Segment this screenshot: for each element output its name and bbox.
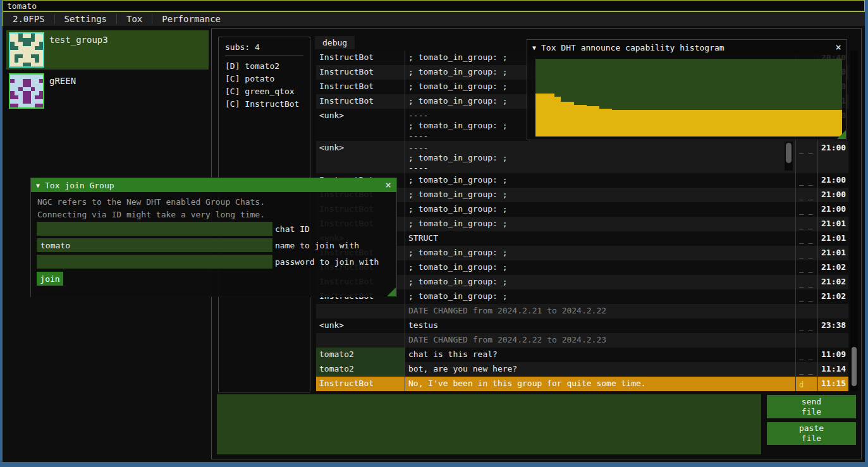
histogram-bar [542,94,548,136]
message-status: _ _ [795,217,817,231]
message-text: ; tomato_in_group: ; [405,246,795,260]
message-time: 21:01 [817,217,848,231]
histogram-bar [651,110,657,136]
menu-item-performance[interactable]: Performance [152,12,230,26]
message-status [795,333,817,348]
message-time [817,333,848,348]
menu-item-tox[interactable]: Tox [117,12,152,26]
histogram-bar [708,110,714,136]
histogram-bar [606,109,612,136]
message-time: 11:14 [817,362,848,377]
menu-item-settings[interactable]: Settings [55,12,116,26]
histogram-bar [689,110,695,136]
message-status: _ _ [795,348,817,362]
join-button[interactable]: join [37,272,63,286]
histogram-bar [766,110,772,136]
message-sender: tomato2 [316,348,405,362]
message-sender: <unk> [316,109,405,141]
tab-debug[interactable]: debug [315,36,355,49]
message-text: DATE CHANGED from 2024.2.22 to 2024.2.23 [405,333,795,348]
collapse-icon[interactable]: ▼ [532,44,536,51]
fps-counter: 2.0FPS [3,12,54,26]
chat-scrollbar[interactable] [850,51,858,391]
window-title-bar: tomato [3,0,865,12]
join-description-line-2: Connecting via ID might take a very long… [31,209,265,221]
resize-grip-icon[interactable] [837,130,846,139]
message-time: 11:15 [817,377,848,391]
histogram-bar [772,110,778,136]
join-description-line-1: NGC refers to the New DHT enabled Group … [31,196,265,209]
join-name-input[interactable] [37,238,272,252]
date-separator-row[interactable]: DATE CHANGED from 2024.2.22 to 2024.2.23 [316,333,848,348]
message-sender: InstructBot [316,51,405,65]
join-password-input[interactable] [37,255,272,269]
message-row[interactable]: tomato2bot, are you new here?_ _11:14 [316,362,848,377]
message-sender: InstructBot [316,80,405,94]
histogram-bar [548,94,554,136]
group-label: test_group3 [49,32,108,45]
join-field-row: chat ID [37,222,379,236]
histogram-bar [638,110,644,136]
member-item-instructbot[interactable]: [C] InstructBot [225,98,303,111]
message-time: 23:38 [817,318,848,333]
histogram-window-title: Tox DHT announce capability histogram [541,43,724,52]
message-status: _ _ [795,289,817,304]
status-char: _ [804,145,812,154]
window-title: tomato [7,1,37,11]
histogram-bar [829,110,836,136]
message-inner-scrollbar[interactable] [785,142,793,171]
message-time: 21:02 [817,275,848,289]
message-status: _ _ [795,188,817,202]
histogram-bar [791,110,797,136]
message-text: ; tomato_in_group: ; [405,217,795,231]
collapse-icon[interactable]: ▼ [36,182,40,189]
histogram-bar [797,110,804,136]
close-icon[interactable]: × [835,43,841,52]
date-separator-row[interactable]: DATE CHANGED from 2024.2.21 to 2024.2.22 [316,304,848,318]
group-item-green[interactable]: gREEN [6,71,209,111]
histogram-window-title-bar: ▼ Tox DHT announce capability histogram … [527,40,847,55]
message-status: _ _ [795,246,817,260]
message-sender: tomato2 [316,362,405,377]
message-text: ; tomato_in_group: ; [405,275,795,289]
histogram-bar [561,102,567,136]
message-row[interactable]: <unk>testus_ _23:38 [316,318,848,333]
status-char: _ [804,235,812,244]
message-status: _ _ [795,318,817,333]
member-item-green-qtox[interactable]: [C] green_qtox [225,85,303,98]
message-text: bot, are you new here? [405,362,795,377]
message-time: 21:01 [817,246,848,260]
histogram-bar [657,110,663,136]
close-icon[interactable]: × [385,181,391,190]
message-sender: InstructBot [316,377,405,391]
chat-scrollbar-thumb[interactable] [852,347,857,386]
histogram-bar [632,110,638,136]
join-field-row: name to join with [37,238,379,252]
message-input[interactable] [217,394,761,454]
status-char: _ [804,191,812,200]
message-time: 21:00 [817,188,848,202]
status-char: _ [804,322,812,331]
member-item-tomato2[interactable]: [D] tomato2 [225,60,303,73]
send-file-button[interactable]: send file [767,395,856,418]
message-sender: InstructBot [316,65,405,80]
resize-grip-icon[interactable] [387,288,396,296]
member-item-potato[interactable]: [C] potato [225,73,303,85]
subs-list: [D] tomato2[C] potato[C] green_qtox[C] I… [225,60,303,111]
message-time: 21:00 [817,141,848,173]
message-inner-scrollbar-thumb[interactable] [786,143,792,163]
message-text: DATE CHANGED from 2024.2.21 to 2024.2.22 [405,304,795,318]
histogram-bar [727,110,733,136]
chat-id-input[interactable] [37,222,272,236]
group-label: gREEN [49,73,76,86]
histogram-bar [823,110,829,136]
paste-file-button[interactable]: paste file [767,422,856,445]
histogram-bar [810,110,817,136]
sidebar: test_group3gREEN [6,30,209,111]
field-label-chat-id: chat ID [272,224,310,234]
message-row[interactable]: InstructBotNo, I've been in this group f… [316,377,848,391]
message-row[interactable]: <unk>---- ; tomato_in_group: ; ----_ _21… [316,141,848,173]
message-row[interactable]: tomato2chat is this real?_ _11:09 [316,348,848,362]
message-text: ---- ; tomato_in_group: ; ---- [405,141,795,173]
group-item-test-group3[interactable]: test_group3 [6,30,209,70]
